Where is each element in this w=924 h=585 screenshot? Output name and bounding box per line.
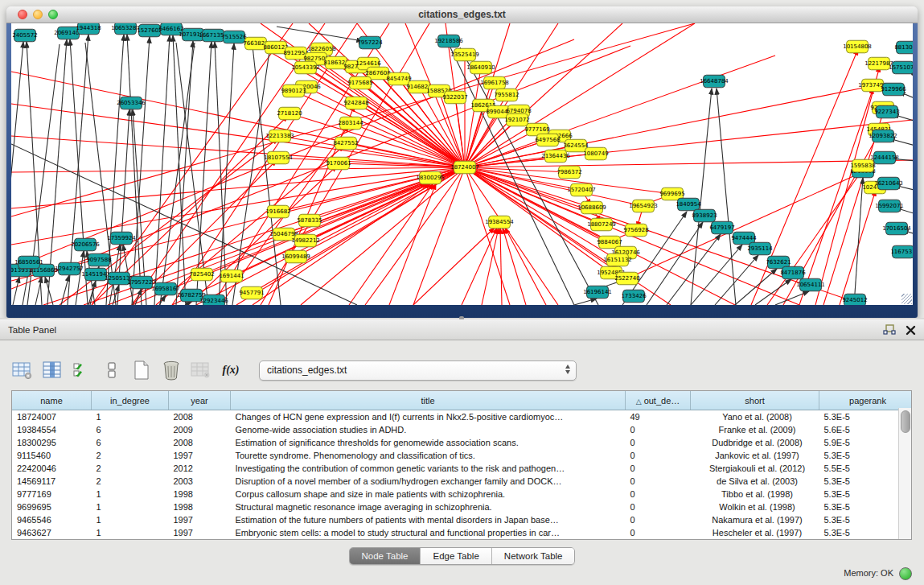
float-panel-icon[interactable] bbox=[883, 324, 896, 336]
table-row[interactable]: 1938455462009Genome-wide association stu… bbox=[12, 423, 912, 436]
node-table-header[interactable]: namein_degreeyeartitle△out_de…shortpager… bbox=[12, 391, 912, 410]
graph-node[interactable]: 8427552 bbox=[333, 137, 358, 150]
graph-node[interactable]: 15720407 bbox=[567, 183, 596, 196]
graph-node[interactable]: 9245012 bbox=[842, 294, 867, 305]
column-header-in_degree[interactable]: in_degree bbox=[92, 391, 169, 410]
graph-node[interactable]: 21364436 bbox=[541, 150, 570, 163]
graph-node[interactable]: 6479197 bbox=[709, 221, 734, 234]
graph-node[interactable]: 12923446 bbox=[199, 295, 228, 305]
graph-node[interactable]: 10653287 bbox=[111, 23, 140, 35]
table-row[interactable]: 1872400712008Changes of HCN gene express… bbox=[12, 410, 912, 424]
graph-node[interactable]: 17016504 bbox=[882, 222, 911, 235]
graph-node[interactable]: 7955812 bbox=[494, 89, 519, 101]
table-scrollbar[interactable] bbox=[898, 408, 911, 539]
graph-node[interactable]: 5878335 bbox=[297, 214, 322, 227]
graph-node[interactable]: 8938923 bbox=[692, 209, 717, 222]
window-titlebar[interactable]: citations_edges.txt bbox=[6, 6, 918, 23]
column-header-pagerank[interactable]: pagerank bbox=[819, 391, 913, 410]
graph-node[interactable]: 16196141 bbox=[583, 286, 612, 299]
new-document-icon[interactable] bbox=[130, 359, 153, 381]
graph-node[interactable]: 1921072 bbox=[504, 113, 529, 126]
graph-node[interactable]: 10154808 bbox=[843, 40, 872, 53]
graph-node[interactable]: 7986372 bbox=[556, 166, 581, 179]
column-header-year[interactable]: year bbox=[169, 391, 231, 410]
table-row[interactable]: 969969511998Structural magnetic resonanc… bbox=[12, 501, 912, 513]
graph-node[interactable]: 9457791 bbox=[239, 286, 264, 299]
graph-node[interactable]: 9227343 bbox=[874, 105, 899, 118]
graph-node[interactable]: 20206576 bbox=[71, 238, 100, 251]
graph-node[interactable]: 13525419 bbox=[450, 48, 479, 61]
graph-node[interactable]: 26053346 bbox=[117, 97, 146, 109]
graph-node[interactable]: 7957224 bbox=[357, 36, 383, 49]
graph-node[interactable]: 18640910 bbox=[466, 61, 495, 74]
graph-node[interactable]: 16958167 bbox=[151, 282, 180, 295]
graph-node[interactable]: 10688609 bbox=[577, 201, 606, 214]
graph-node[interactable]: 18300295 bbox=[416, 171, 445, 184]
graph-node[interactable]: 15992071 bbox=[875, 200, 904, 212]
graph-node[interactable]: 12093822 bbox=[869, 130, 897, 142]
delete-trash-icon[interactable] bbox=[160, 359, 183, 381]
table-selector-dropdown[interactable]: citations_edges.txt bbox=[259, 360, 577, 381]
function-builder-icon[interactable]: f(x) bbox=[220, 359, 242, 381]
graph-node[interactable]: 9890123 bbox=[281, 84, 306, 97]
graph-node[interactable]: 1595838 bbox=[850, 159, 875, 172]
graph-node[interactable]: 16648784 bbox=[700, 75, 729, 88]
table-row[interactable]: 911546021997Tourette syndrome. Phenomeno… bbox=[12, 449, 912, 462]
graph-node[interactable]: 1691441 bbox=[219, 270, 244, 282]
graph-node[interactable]: 9170061 bbox=[326, 157, 351, 170]
checklist-icon[interactable] bbox=[71, 359, 93, 381]
column-header-title[interactable]: title bbox=[231, 391, 626, 410]
graph-node[interactable]: 7825402 bbox=[189, 268, 214, 281]
graph-node[interactable]: 12942757 bbox=[55, 262, 84, 275]
graph-node[interactable]: 9756928 bbox=[623, 224, 648, 237]
graph-node[interactable]: 1944318 bbox=[76, 23, 101, 35]
table-row[interactable]: 1456911722003Disruption of a novel membe… bbox=[12, 475, 912, 488]
graph-node[interactable]: 1167531 bbox=[890, 245, 913, 258]
table-row[interactable]: 946362711997Embryonic stem cells: a mode… bbox=[12, 526, 912, 539]
graph-node[interactable]: 2718120 bbox=[277, 107, 302, 120]
graph-node[interactable]: 2803144 bbox=[338, 117, 363, 130]
graph-node[interactable]: 1080749 bbox=[583, 147, 608, 160]
graph-node[interactable]: 16151132 bbox=[603, 253, 632, 266]
row-boxes-icon[interactable] bbox=[101, 359, 123, 381]
graph-node[interactable]: 2935114 bbox=[747, 242, 773, 255]
graph-node[interactable]: 12213383 bbox=[265, 130, 294, 142]
graph-node[interactable]: 18807249 bbox=[587, 218, 616, 231]
graph-node[interactable]: 10654111 bbox=[796, 278, 825, 291]
graph-node[interactable]: 8813054 bbox=[894, 41, 913, 54]
graph-node[interactable]: 19654923 bbox=[629, 200, 658, 212]
graph-node[interactable]: 14982212 bbox=[291, 234, 320, 247]
graph-node[interactable]: 16210643 bbox=[874, 177, 903, 190]
graph-node[interactable]: 9322037 bbox=[442, 91, 467, 104]
graph-node[interactable]: 2522740 bbox=[614, 272, 639, 285]
graph-node[interactable]: 9175685 bbox=[347, 76, 372, 89]
window-resize-grip[interactable] bbox=[901, 294, 912, 304]
graph-node[interactable]: 1733426 bbox=[621, 290, 647, 303]
graph-node[interactable]: 18724007 bbox=[450, 161, 479, 174]
graph-node[interactable]: 8471876 bbox=[780, 266, 806, 279]
column-header-out_de[interactable]: △out_de… bbox=[626, 391, 691, 410]
graph-node[interactable]: 12444158 bbox=[870, 151, 899, 164]
graph-node[interactable]: 19384554 bbox=[485, 216, 514, 229]
table-scrollbar-thumb[interactable] bbox=[901, 410, 910, 433]
graph-node[interactable]: 19218586 bbox=[434, 35, 463, 47]
column-header-short[interactable]: short bbox=[691, 391, 819, 410]
graph-node[interactable]: 9129966 bbox=[881, 83, 906, 96]
graph-node[interactable]: 16850561 bbox=[14, 256, 43, 269]
graph-node[interactable]: 2405572 bbox=[12, 29, 37, 42]
column-header-name[interactable]: name bbox=[12, 391, 92, 410]
graph-node[interactable]: 16961758 bbox=[480, 76, 509, 89]
graph-node[interactable]: 15751074 bbox=[889, 61, 913, 74]
tab-network-table[interactable]: Network Table bbox=[492, 548, 575, 564]
table-settings-icon[interactable] bbox=[11, 359, 34, 381]
graph-node[interactable]: 9242848 bbox=[343, 97, 368, 109]
tab-node-table[interactable]: Node Table bbox=[350, 548, 421, 564]
graph-node[interactable]: 18107554 bbox=[264, 151, 293, 164]
graph-node[interactable]: 10543392 bbox=[291, 61, 320, 74]
table-row[interactable]: 1830029562008Estimation of significance … bbox=[12, 436, 912, 449]
table-row[interactable]: 2242004622012Investigating the contribut… bbox=[12, 462, 912, 475]
memory-status-indicator[interactable] bbox=[899, 567, 912, 580]
close-panel-icon[interactable] bbox=[906, 325, 916, 336]
network-canvas[interactable]: 2405572206914061944318106532871527602646… bbox=[11, 23, 913, 305]
graph-node[interactable]: 16099489 bbox=[281, 250, 310, 263]
